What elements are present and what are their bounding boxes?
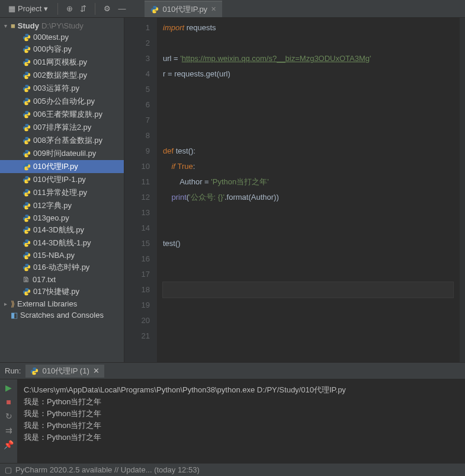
- file-item[interactable]: 009时间dateulil.py: [0, 147, 124, 160]
- separator: [95, 3, 95, 15]
- expand-icon[interactable]: ⇵: [78, 2, 89, 15]
- file-item[interactable]: 013geo.py: [0, 212, 124, 223]
- python-file-icon: [23, 162, 31, 171]
- file-item[interactable]: 007排序算法2.py: [0, 121, 124, 134]
- python-file-icon: [23, 58, 31, 66]
- console-output[interactable]: C:\Users\ym\AppData\Local\Programs\Pytho…: [18, 379, 465, 463]
- code-line[interactable]: Author = 'Python当打之年': [163, 174, 453, 190]
- file-item[interactable]: 016-动态时钟.py: [0, 261, 124, 274]
- python-file-icon: [150, 5, 159, 14]
- code-line[interactable]: print('公众号: {}'.format(Author)): [163, 190, 453, 205]
- python-file-icon: [30, 367, 39, 375]
- python-file-icon: [23, 45, 31, 53]
- file-item[interactable]: 015-NBA.py: [0, 250, 124, 261]
- file-name: 012字典.py: [33, 200, 72, 211]
- file-item[interactable]: 005办公自动化.py: [0, 95, 124, 108]
- run-panel: Run: 010代理IP (1) ✕ ▶ ■ ↻ ⇉ 📌 C:\Users\ym…: [0, 362, 465, 463]
- python-file-icon: [23, 202, 31, 210]
- scratches-and-consoles[interactable]: ◧ Scratches and Consoles: [0, 309, 124, 321]
- file-item[interactable]: 008茅台基金数据.py: [0, 134, 124, 147]
- file-item[interactable]: 012字典.py: [0, 199, 124, 212]
- update-notification-icon[interactable]: ▢: [5, 465, 12, 474]
- file-name: 003运算符.py: [33, 83, 79, 94]
- file-item[interactable]: 003运算符.py: [0, 82, 124, 95]
- code-line[interactable]: [163, 221, 453, 236]
- code-line[interactable]: [163, 328, 453, 344]
- code-area[interactable]: import requests url = 'https://mp.weixin…: [157, 18, 459, 362]
- file-item[interactable]: 014-3D航线-1.py: [0, 237, 124, 250]
- file-name: 010代理IP.py: [33, 161, 78, 172]
- file-item[interactable]: 017快捷键.py: [0, 285, 124, 298]
- pin-button[interactable]: 📌: [4, 440, 14, 449]
- project-icon: ▦: [8, 4, 15, 13]
- code-line[interactable]: test(): [163, 236, 453, 251]
- file-item[interactable]: 002数据类型.py: [0, 69, 124, 82]
- python-file-icon: [23, 263, 31, 271]
- folder-icon: ■: [11, 21, 15, 30]
- file-name: 016-动态时钟.py: [33, 262, 89, 273]
- file-name: 011异常处理.py: [33, 187, 87, 198]
- close-icon[interactable]: ✕: [93, 366, 100, 375]
- status-bar: ▢ PyCharm 2020.2.5 available // Update..…: [0, 463, 465, 476]
- file-item[interactable]: 🗎017.txt: [0, 274, 124, 285]
- restart-button[interactable]: ↻: [5, 411, 12, 421]
- run-label: Run:: [5, 366, 21, 375]
- editor-tab[interactable]: 010代理IP.py ✕: [145, 1, 222, 17]
- code-line[interactable]: [163, 267, 453, 282]
- file-name: 007排序算法2.py: [33, 122, 91, 133]
- code-line[interactable]: [163, 82, 453, 97]
- python-file-icon: [23, 251, 31, 260]
- gear-icon[interactable]: ⚙: [101, 2, 113, 15]
- file-item[interactable]: 000test.py: [0, 31, 124, 43]
- run-tab[interactable]: 010代理IP (1) ✕: [25, 365, 104, 378]
- file-item[interactable]: 000内容.py: [0, 43, 124, 56]
- code-line[interactable]: if True:: [163, 159, 453, 174]
- python-file-icon: [23, 71, 31, 79]
- python-file-icon: [23, 226, 31, 234]
- status-text[interactable]: PyCharm 2020.2.5 available // Update... …: [15, 465, 200, 474]
- code-line[interactable]: r = requests.get(url): [163, 66, 453, 82]
- file-item[interactable]: 011异常处理.py: [0, 186, 124, 199]
- file-item[interactable]: 014-3D航线.py: [0, 223, 124, 237]
- close-icon[interactable]: ✕: [211, 5, 216, 13]
- file-item[interactable]: 001网页模板.py: [0, 56, 124, 69]
- stop-button[interactable]: ■: [6, 397, 11, 407]
- code-line[interactable]: [163, 282, 453, 298]
- target-icon[interactable]: ⊕: [64, 2, 75, 15]
- file-name: 014-3D航线-1.py: [33, 238, 91, 248]
- settings-button[interactable]: ⇉: [5, 426, 12, 435]
- code-line[interactable]: url = 'https://mp.weixin.qq.com/s?__biz=…: [163, 51, 453, 66]
- file-name: 002数据类型.py: [33, 70, 87, 81]
- file-name: 001网页模板.py: [33, 57, 87, 68]
- code-line[interactable]: [163, 251, 453, 267]
- project-dropdown[interactable]: ▦ Project ▾: [5, 3, 52, 14]
- code-line[interactable]: [163, 205, 453, 221]
- code-line[interactable]: def test():: [163, 143, 453, 159]
- top-toolbar: ▦ Project ▾ ⊕ ⇵ ⚙ — 010代理IP.py ✕: [0, 0, 465, 18]
- code-line[interactable]: [163, 36, 453, 51]
- output-line: 我是：Python当打之年: [24, 396, 459, 408]
- run-toolbar: ▶ ■ ↻ ⇉ 📌: [0, 379, 18, 463]
- file-item[interactable]: 010代理IP.py: [0, 160, 124, 173]
- output-line: 我是：Python当打之年: [24, 420, 459, 432]
- file-item[interactable]: 010代理IP-1.py: [0, 173, 124, 186]
- code-line[interactable]: [163, 97, 453, 113]
- chevron-down-icon: ▾: [44, 4, 48, 13]
- file-name: 000内容.py: [33, 44, 72, 55]
- output-line: 我是：Python当打之年: [24, 432, 459, 443]
- tree-root[interactable]: ▾ ■ Study D:\PY\Study: [0, 20, 124, 31]
- code-line[interactable]: [163, 128, 453, 143]
- file-name: 010代理IP-1.py: [33, 174, 86, 185]
- run-button[interactable]: ▶: [5, 383, 12, 392]
- python-file-icon: [23, 123, 31, 132]
- file-name: 015-NBA.py: [33, 251, 75, 260]
- code-line[interactable]: import requests: [163, 20, 453, 36]
- hide-icon[interactable]: —: [116, 2, 128, 15]
- file-item[interactable]: 006王者荣耀皮肤.py: [0, 108, 124, 121]
- python-file-icon: [23, 287, 31, 296]
- code-line[interactable]: [163, 313, 453, 328]
- code-line[interactable]: [163, 113, 453, 128]
- external-libraries[interactable]: ▸ ⟫ External Libraries: [0, 298, 124, 309]
- code-line[interactable]: [163, 298, 453, 313]
- editor-tabs: 010代理IP.py ✕: [145, 1, 222, 17]
